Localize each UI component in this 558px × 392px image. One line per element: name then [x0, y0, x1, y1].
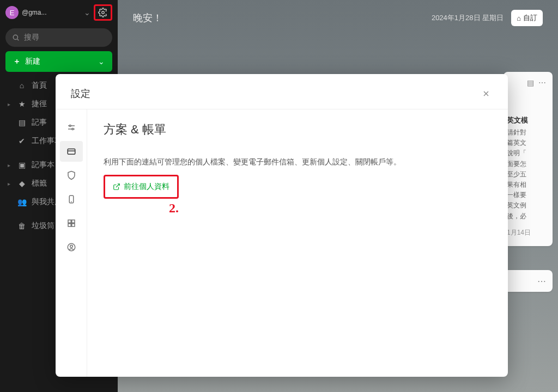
- search-input[interactable]: 搜尋: [5, 28, 112, 47]
- avatar: E: [5, 6, 19, 19]
- account-email: @gma...: [22, 9, 81, 16]
- home-icon: ⌂: [517, 14, 521, 22]
- svg-line-16: [116, 184, 119, 187]
- customize-button[interactable]: ⌂ 自訂: [511, 10, 543, 26]
- settings-button[interactable]: [94, 4, 112, 21]
- more-icon[interactable]: ⋯: [537, 276, 546, 286]
- go-to-profile-link[interactable]: 前往個人資料: [105, 176, 177, 197]
- check-circle-icon: ✔: [17, 137, 26, 145]
- svg-point-4: [69, 125, 71, 127]
- svg-rect-10: [68, 220, 71, 223]
- annotation-box-2: 前往個人資料: [104, 175, 179, 199]
- new-label: 新建: [25, 57, 40, 66]
- tab-profile[interactable]: [60, 237, 83, 258]
- people-icon: 👥: [17, 198, 26, 206]
- modal-title: 設定: [71, 87, 90, 100]
- settings-modal: 設定 方案 & 帳單 利用下面的連結可管理您的個人檔案、變更電子郵件信箱、更新個…: [56, 74, 508, 377]
- svg-point-15: [70, 245, 72, 248]
- notebook-icon: ▣: [17, 161, 26, 169]
- caret-icon: ▸: [8, 181, 12, 187]
- svg-rect-12: [68, 224, 71, 226]
- svg-point-5: [71, 128, 73, 130]
- chevron-down-icon: ⌄: [84, 8, 90, 17]
- note-date: 1月14日: [507, 228, 549, 237]
- svg-rect-11: [71, 220, 74, 223]
- tab-preferences[interactable]: [60, 117, 83, 138]
- tab-billing[interactable]: [60, 141, 83, 162]
- plus-icon: ＋: [13, 57, 21, 66]
- grid-icon: [66, 218, 76, 228]
- trash-icon: 🗑: [17, 222, 26, 230]
- star-icon: ★: [17, 100, 26, 108]
- caret-icon: ▸: [8, 162, 12, 168]
- settings-tabs: [56, 109, 87, 377]
- search-placeholder: 搜尋: [24, 33, 39, 42]
- widget-card[interactable]: ⋯: [504, 270, 553, 292]
- section-description: 利用下面的連結可管理您的個人檔案、變更電子郵件信箱、更新個人設定、關閉帳戶等。: [104, 157, 492, 167]
- close-icon: [482, 89, 490, 98]
- date-display: 2024年1月28日 星期日: [432, 13, 504, 23]
- account-row[interactable]: E @gma... ⌄: [0, 0, 118, 25]
- external-link-icon: [113, 183, 120, 191]
- note-icon: ▤: [17, 118, 26, 127]
- settings-content: 方案 & 帳單 利用下面的連結可管理您的個人檔案、變更電子郵件信箱、更新個人設定…: [87, 109, 508, 377]
- chevron-down-icon: ⌄: [98, 57, 105, 66]
- more-icon[interactable]: ⋯: [538, 78, 546, 87]
- shield-icon: [66, 170, 76, 180]
- close-button[interactable]: [480, 87, 493, 100]
- note-add-icon[interactable]: ▤: [527, 78, 534, 87]
- tab-apps[interactable]: [60, 213, 83, 234]
- card-icon: [66, 146, 76, 156]
- user-icon: [66, 242, 76, 252]
- svg-point-1: [13, 35, 17, 39]
- greeting: 晚安！: [133, 11, 162, 24]
- section-title: 方案 & 帳單: [104, 121, 492, 138]
- svg-rect-13: [71, 224, 74, 226]
- tab-security[interactable]: [60, 165, 83, 186]
- note-card[interactable]: ▤ ⋯ 英文模 請針對篇英文說明「面要怎至少五果有相一樣要英文例後，必 1月14…: [504, 72, 553, 246]
- top-bar: 晚安！ 2024年1月28日 星期日 ⌂ 自訂: [118, 0, 558, 36]
- sliders-icon: [66, 122, 76, 132]
- note-title: 英文模: [507, 115, 549, 125]
- gear-icon: [98, 8, 108, 17]
- svg-point-0: [102, 11, 105, 14]
- new-button[interactable]: ＋ 新建 ⌄: [5, 51, 112, 72]
- tab-devices[interactable]: [60, 189, 83, 210]
- device-icon: [66, 194, 76, 204]
- search-icon: [12, 34, 20, 41]
- tag-icon: ◆: [17, 179, 26, 188]
- home-icon: ⌂: [17, 81, 26, 90]
- caret-icon: ▸: [8, 101, 12, 107]
- svg-rect-6: [68, 149, 75, 155]
- annotation-2: 2.: [169, 201, 557, 216]
